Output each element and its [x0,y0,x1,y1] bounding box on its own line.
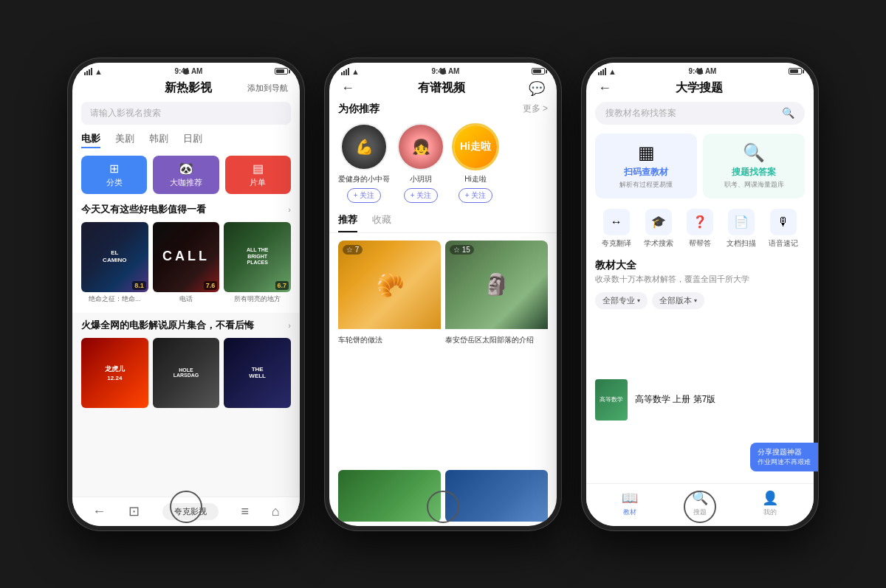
p1-movie-name-1: 绝命之征：绝命... [81,294,148,304]
search-nav-icon: 🔍 [692,490,708,506]
p1-poster-3: ALL THEBRIGHTPLACES 6.7 [224,222,291,292]
scan-search-icon: 🔍 [712,142,796,163]
p3-nav-mine[interactable]: 👤 我的 [762,490,778,517]
p2-creator-3: Hi走啦 Hi走啦 + 关注 [452,123,499,203]
p3-filter-edition-label: 全部版本 [659,295,692,306]
p3-scan-card-2[interactable]: 🔍 搜题找答案 职考、网课海量题库 [703,134,805,198]
p1-section2-more[interactable]: › [288,321,291,330]
p1-score-1: 8.1 [132,281,146,290]
p2-creator-name-2: 小玥玥 [410,174,432,184]
time-1: 9:41 AM [174,67,202,75]
p2-tab-recommend[interactable]: 推荐 [338,213,357,232]
p1-btn-recommend[interactable]: 🐼 大咖推荐 [153,156,219,194]
p2-title: 有谱视频 [418,80,465,96]
p2-video-title-1: 车轮饼的做法 [338,335,441,345]
p2-video-1[interactable]: 🥐 ☆ 7 车轮饼的做法 [338,241,441,466]
poster-theboys-text: THEWELL [249,366,266,379]
p3-tool-academic[interactable]: 🎓 学术搜索 [644,209,673,249]
playlist-icon: ▤ [253,162,264,176]
p2-tab-favorites[interactable]: 收藏 [372,213,391,232]
p1-poster-1: ELCAMINO 8.1 [81,222,148,292]
p1-nav-center-btn[interactable]: 夸克影视 [162,503,219,520]
p3-share-sub: 作业网速不再艰难 [758,457,811,467]
p1-movies-row2: 龙虎儿12.24 HOLELARSDAG THEWELL [81,338,291,408]
scan-barcode-icon: ▦ [604,142,688,163]
p3-tool-help[interactable]: ❓ 帮帮答 [687,209,713,249]
p1-btn-category[interactable]: ⊞ 分类 [81,156,147,194]
voice-icon: 🎙 [770,209,797,235]
p2-mini-video-1[interactable] [338,470,441,522]
p2-recommend-label: 为你推荐 [338,103,380,116]
p2-more-btn[interactable]: 更多 > [523,103,548,115]
p1-section2-header: 火爆全网的电影解说原片集合，不看后悔 › [81,319,291,332]
phones-container: ▲ 9:41 AM 新热影视 添加到导航 请输入影视名搜索 电影 美剧 韩剧 日… [0,44,886,545]
p3-nav-search[interactable]: 🔍 搜题 [692,490,708,517]
wifi-icon-3: ▲ [608,67,617,76]
p3-tool-scan[interactable]: 📄 文档扫描 [727,209,756,249]
signal-icon-3 [598,68,606,75]
p3-scan-title-2: 搜题找答案 [712,166,796,179]
p1-tab-movie[interactable]: 电影 [81,132,100,148]
p2-recommend-section: 为你推荐 更多 > [329,103,557,123]
p3-nav-textbook[interactable]: 📖 教材 [622,490,638,517]
p2-avatar-3[interactable]: Hi走啦 [452,123,499,170]
p1-section2: 火爆全网的电影解说原片集合，不看后悔 › 龙虎儿12.24 HOLELARSDA… [72,313,300,497]
p3-search-bar[interactable]: 搜教材名称找答案 🔍 [595,102,805,125]
p1-tab-kr[interactable]: 韩剧 [149,132,168,148]
time-3: 9:41 AM [688,67,716,75]
p3-textbook-desc: 收录数十万本教材解答，覆盖全国千所大学 [595,274,805,285]
p3-back-btn[interactable]: ← [598,80,611,96]
p2-chat-icon[interactable]: 💬 [529,80,545,97]
p1-section1-more[interactable]: › [288,205,291,214]
p2-follow-btn-2[interactable]: + 关注 [404,188,439,203]
p2-avatar-1[interactable]: 💪 [340,123,388,170]
p2-follow-btn-3[interactable]: + 关注 [459,188,493,203]
p1-movie2-1[interactable]: 龙虎儿12.24 [81,338,148,408]
poster-call-text: CALL [162,249,210,265]
p1-movie2-3[interactable]: THEWELL [224,338,291,408]
p2-video-2[interactable]: 🗿 ☆ 15 泰安岱岳区太阳部落的介绍 [445,241,548,466]
p1-movie-3[interactable]: ALL THEBRIGHTPLACES 6.7 所有明亮的地方 [224,222,291,304]
status-right-1 [275,68,288,75]
p3-share-title: 分享搜题神器 [758,447,811,457]
p3-bottom-nav: 📖 教材 🔍 搜题 👤 我的 [586,483,814,526]
time-2: 9:41 AM [431,67,459,75]
p3-share-banner[interactable]: 分享搜题神器 作业网速不再艰难 [750,443,818,471]
p3-filter-major[interactable]: 全部专业 ▾ [595,292,648,309]
p1-nav-window[interactable]: ⊡ [128,503,140,519]
p2-mini-video-2[interactable] [445,470,548,522]
p1-movie2-2[interactable]: HOLELARSDAG [153,338,220,408]
p2-tabs-row: 推荐 收藏 [329,213,557,233]
p1-movie-2[interactable]: CALL 7.6 电话 [153,222,220,304]
statue-emoji: 🗿 [484,272,509,297]
recommend-icon: 🐼 [179,162,193,176]
avatar-hizou-bg: Hi走啦 [454,125,497,168]
p1-nav-menu[interactable]: ≡ [241,504,250,519]
p1-tab-us[interactable]: 美剧 [115,132,134,148]
p3-tool-voice[interactable]: 🎙 语音速记 [769,209,798,249]
p1-tab-jp[interactable]: 日剧 [183,132,202,148]
p1-nav-link[interactable]: 添加到导航 [247,83,288,94]
p2-avatar-2[interactable]: 👧 [397,123,444,170]
p1-score-2: 7.6 [204,281,218,290]
p1-btn-playlist[interactable]: ▤ 片单 [225,156,291,194]
p2-more-videos [338,470,548,522]
p1-poster-2: CALL 7.6 [153,222,220,292]
p1-nav-back[interactable]: ← [92,504,106,519]
p3-tool-academic-label: 学术搜索 [644,238,673,249]
p3-tool-translate[interactable]: ↔ 夸克翻译 [602,209,631,249]
p1-search-bar[interactable]: 请输入影视名搜索 [81,102,291,125]
poster-bright-text: ALL THEBRIGHTPLACES [247,247,268,266]
p2-back-btn[interactable]: ← [341,80,354,96]
p2-recommend-row: 为你推荐 更多 > [338,103,548,116]
p2-follow-btn-1[interactable]: + 关注 [347,188,382,203]
p1-movie-name-3: 所有明亮的地方 [224,294,291,304]
p1-movie-1[interactable]: ELCAMINO 8.1 绝命之征：绝命... [81,222,148,304]
p2-creator-name-3: Hi走啦 [464,174,486,184]
p3-filter-edition[interactable]: 全部版本 ▾ [652,292,704,309]
p3-scan-row: ▦ 扫码查教材 解析有过程更易懂 🔍 搜题找答案 职考、网课海量题库 [586,134,814,198]
p3-scan-card-1[interactable]: ▦ 扫码查教材 解析有过程更易懂 [595,134,697,198]
status-left-1: ▲ [84,67,103,76]
p3-textbook-title: 教材大全 [595,259,805,272]
p1-nav-home[interactable]: ⌂ [272,504,280,519]
